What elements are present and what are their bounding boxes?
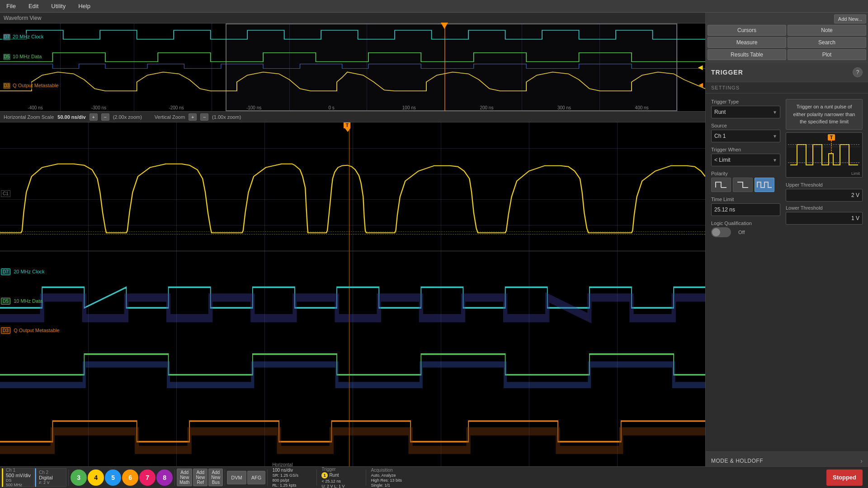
trigger-section-header: TRIGGER ? [706, 62, 868, 82]
v-zoom-label: Vertical Zoom [155, 114, 185, 120]
search-button[interactable]: Search [788, 37, 866, 48]
plot-button[interactable]: Plot [788, 49, 866, 60]
add-bus-button[interactable]: AddNewBus [208, 469, 223, 486]
menu-help[interactable]: Help [75, 2, 93, 10]
trigger-when-arrow: ▼ [773, 158, 777, 163]
trigger-type-info: Runt [329, 473, 339, 478]
trigger-type-field: Trigger Type Runt ▼ [711, 99, 780, 118]
overview-panel[interactable]: D7 20 MHz Clock D5 10 MHz Data D3 Q Outp… [0, 23, 705, 112]
upper-threshold-field: Upper Threshold [786, 182, 863, 202]
ch1-status-block[interactable]: Ch 1 500 mV/div DS 500 MHz [2, 468, 34, 487]
cursors-button[interactable]: Cursors [708, 25, 786, 36]
lower-threshold-input[interactable] [786, 212, 863, 225]
source-dropdown[interactable]: Ch 1 ▼ [711, 130, 780, 142]
ch2-status-block[interactable]: Ch 2 Digital ≠: 2 V [35, 468, 66, 487]
stopped-button[interactable]: Stopped [826, 469, 863, 486]
ch7-button[interactable]: 7 [139, 469, 156, 486]
h-zoom-value: 50.00 ns/div [57, 114, 85, 120]
time-label-9: 400 ns [635, 105, 649, 110]
ch4-button[interactable]: 4 [88, 469, 104, 486]
waveform-view-title: Waveform View [4, 15, 41, 21]
trigger-threshold-info: < 25.12 ns [321, 479, 361, 483]
h-zoom-label: Horizontal Zoom Scale [4, 114, 54, 120]
zoom-controls: Horizontal Zoom Scale 50.00 ns/div + − (… [0, 112, 705, 122]
trigger-when-field: Trigger When < Limit ▼ [711, 147, 780, 166]
digital-panel[interactable]: D7 20 MHz Clock D5 10 MHz Data D3 Q Outp… [0, 251, 705, 488]
logic-qual-value: Off [738, 230, 745, 235]
menu-file[interactable]: File [4, 2, 19, 10]
trigger-voltage-info: U: 2 V L: 1 V [321, 484, 361, 488]
polarity-field: Polarity [711, 171, 780, 192]
upper-threshold-input[interactable] [786, 189, 863, 202]
trigger-body: Trigger Type Runt ▼ Source Ch 1 ▼ [706, 94, 868, 278]
polarity-neg-button[interactable] [733, 178, 753, 192]
horizontal-label: Horizontal [272, 462, 312, 467]
time-limit-input[interactable] [711, 203, 780, 216]
horizontal-rl: RL: 1.25 kpts [272, 483, 312, 488]
trigger-when-label: Trigger When [711, 147, 780, 152]
polarity-label: Polarity [711, 171, 780, 176]
upper-threshold-label: Upper Threshold [786, 182, 863, 188]
add-buttons: AddNewMath [177, 469, 192, 486]
digital-ch-d3: D3 Q Output Metastable [1, 327, 60, 334]
trigger-type-arrow: ▼ [773, 110, 777, 115]
h-zoom-out[interactable]: − [101, 113, 109, 121]
trigger-left: Trigger Type Runt ▼ Source Ch 1 ▼ [711, 99, 780, 272]
digital-ch-d7: D7 20 MHz Clock [1, 268, 45, 275]
analog-panel[interactable]: T C1 [0, 122, 705, 251]
horizontal-tbase: 100 ns/div [272, 468, 312, 473]
overview-ch-d5: D5 10 MHz Data [2, 53, 43, 61]
ch5-button[interactable]: 5 [105, 469, 121, 486]
time-label-5: 0 s [329, 105, 335, 110]
svg-text:Limit: Limit [851, 171, 860, 176]
horizontal-info[interactable]: Horizontal 100 ns/div SR: 1.25 GS/s 800 … [269, 462, 315, 488]
acquisition-info[interactable]: Acquisition Auto, Analyze High Res: 13 b… [368, 468, 413, 488]
time-limit-field: Time Limit [711, 197, 780, 216]
polarity-both-button[interactable] [755, 178, 774, 192]
lower-threshold-field: Lower Threshold [786, 205, 863, 225]
lower-marker: ◄ [697, 81, 704, 89]
time-label-7: 200 ns [480, 105, 493, 110]
trigger-when-dropdown[interactable]: < Limit ▼ [711, 154, 780, 166]
note-button[interactable]: Note [788, 25, 866, 36]
logic-qual-toggle[interactable] [711, 227, 731, 237]
menu-edit[interactable]: Edit [26, 2, 41, 10]
waveform-area: Waveform View [0, 13, 705, 488]
time-label-8: 300 ns [557, 105, 571, 110]
acq-res: High Res: 13 bits [371, 478, 410, 483]
ch1-voltage: 500 mV/div [6, 473, 31, 478]
ch1-label: Ch 1 [6, 468, 31, 473]
logic-qual-field: Logic Qualification Off [711, 221, 780, 237]
ch3-button[interactable]: 3 [71, 469, 87, 486]
v-zoom-in[interactable]: + [189, 113, 197, 121]
trigger-type-dropdown[interactable]: Runt ▼ [711, 106, 780, 118]
dvm-button[interactable]: DVM [227, 471, 246, 484]
time-label-3: -200 ns [169, 105, 184, 110]
measure-button[interactable]: Measure [708, 37, 786, 48]
time-label-2: -300 ns [91, 105, 106, 110]
trigger-description: Trigger on a runt pulse of either polari… [786, 99, 863, 130]
h-zoom-in[interactable]: + [90, 113, 98, 121]
trigger-info[interactable]: Trigger 1 Runt < 25.12 ns U: 2 V L: 1 V [319, 467, 364, 488]
results-table-button[interactable]: Results Table [708, 49, 786, 60]
toggle-knob [712, 228, 720, 236]
settings-label: SETTINGS [706, 82, 868, 94]
menu-utility[interactable]: Utility [48, 2, 68, 10]
trigger-help-button[interactable]: ? [853, 67, 863, 77]
waveform-header: Waveform View [0, 13, 705, 23]
ch8-button[interactable]: 8 [156, 469, 173, 486]
acq-single: Single: 1/1 [371, 483, 410, 488]
source-label: Source [711, 123, 780, 128]
add-math-button[interactable]: AddNewMath [177, 469, 192, 486]
polarity-pos-button[interactable] [711, 178, 731, 192]
add-new-button[interactable]: Add New... [834, 14, 866, 23]
v-zoom-out[interactable]: − [200, 113, 208, 121]
time-label-4: -100 ns [246, 105, 261, 110]
add-ref-button[interactable]: AddNewRef [193, 469, 208, 486]
mode-holdoff-label: MODE & HOLDOFF [711, 458, 763, 464]
trigger-title: TRIGGER [711, 69, 743, 76]
right-marker: ◄ [696, 63, 704, 72]
afg-button[interactable]: AFG [247, 471, 266, 484]
ch6-button[interactable]: 6 [122, 469, 138, 486]
acq-mode: Auto, Analyze [371, 473, 410, 478]
